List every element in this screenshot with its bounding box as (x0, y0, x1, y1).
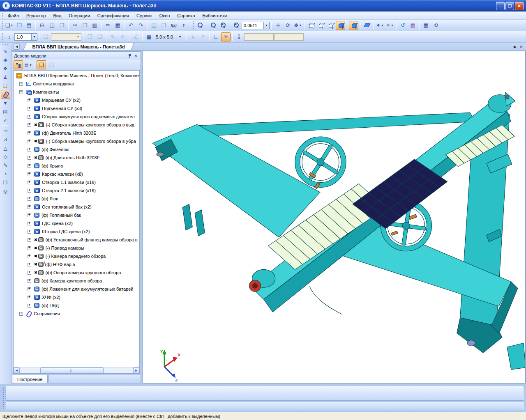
snap-button[interactable]: ✳ (221, 32, 231, 41)
variables-button[interactable]: f(x) (169, 21, 178, 30)
menu-grip[interactable] (1, 12, 4, 18)
tree-item[interactable]: +✖!(ф) НЧФ вар.5 (14, 260, 139, 269)
tree-item[interactable]: +✖(ф) Установочный фланец камеры обзора … (14, 236, 139, 244)
tree-item[interactable]: БПЛА ВВП Шершень Мишень - Полет (Тел-0, … (14, 71, 139, 80)
tree-expand-toggle[interactable]: + (28, 123, 31, 127)
view-manager-button[interactable]: ◫ (149, 21, 159, 30)
print-button[interactable]: ⊟ (37, 21, 47, 30)
toolbar-grip[interactable] (1, 21, 4, 30)
plane-offset-tool[interactable]: △ (1, 144, 10, 152)
paste-button[interactable]: ▥ (90, 21, 99, 30)
camera-view-tool[interactable]: ◎ (1, 187, 10, 195)
tree-section-1-button[interactable]: ❐ (37, 60, 46, 69)
cs-tools-button[interactable]: ↱ (198, 32, 208, 41)
layer-tools-button[interactable]: ❏ (95, 32, 104, 41)
tree-expand-toggle[interactable]: + (28, 213, 31, 217)
tree-expand-toggle[interactable]: + (28, 271, 31, 275)
orientation-button[interactable]: ❖▼ (293, 21, 302, 30)
sketch-tool[interactable]: ✎ (1, 161, 10, 170)
grid-dropdown[interactable]: ▼ (175, 32, 185, 41)
tree-expand-toggle[interactable]: + (28, 287, 31, 291)
rebuild-tower-button[interactable]: ▦ (421, 21, 431, 30)
angle-button[interactable]: ∠ (131, 32, 141, 41)
menu-item-0[interactable]: Файл (4, 12, 23, 19)
zoom-scale-input[interactable]: 0.0511 (242, 22, 264, 29)
tree-expand-toggle[interactable]: + (28, 189, 31, 193)
zoom-by-frame-button[interactable] (196, 21, 205, 30)
tree-expand-toggle[interactable]: + (28, 181, 31, 184)
zoom-scale-button[interactable]: + (232, 21, 241, 30)
display-hidden-lines-button[interactable] (316, 21, 325, 30)
tree-expand-toggle[interactable]: + (28, 296, 31, 299)
coords-yx-button[interactable]: YX (234, 32, 244, 41)
toolbar-grip[interactable] (192, 21, 195, 30)
tree-item[interactable]: +(ф) Двигатель Hirth 3203E (14, 129, 139, 137)
open-document-button[interactable]: ❐ (14, 21, 24, 30)
scroll-right-arrow[interactable]: ► (133, 367, 139, 374)
display-shaded-edges-button[interactable] (349, 21, 358, 30)
scroll-thumb[interactable] (40, 367, 104, 374)
tree-expand-toggle[interactable]: + (28, 197, 31, 201)
tree-section-2-button[interactable]: ❐ (46, 60, 56, 69)
zoom-out-button[interactable]: – (209, 21, 218, 30)
report-tool[interactable]: ▤ (1, 107, 10, 116)
tree-item[interactable]: +Шторка ГДС крена (x2) (14, 227, 139, 236)
surface-extrude-tool[interactable]: ❖ (1, 64, 10, 73)
ortho-button[interactable]: ∟ (211, 32, 221, 41)
tree-expand-toggle[interactable]: + (28, 222, 31, 225)
step-input-dropdown[interactable]: ▼ (32, 33, 37, 41)
mates-tool[interactable] (1, 90, 10, 99)
tree-structure-button[interactable] (14, 60, 23, 69)
coord-y-input[interactable] (244, 33, 274, 41)
tree-item[interactable]: +Маршевая СУ (x2) (14, 96, 139, 104)
zoom-in-button[interactable]: + (219, 21, 228, 30)
display-hidden-thin-button[interactable] (326, 21, 335, 30)
tree-item[interactable]: +(ф) Люк (14, 195, 139, 203)
display-wireframe-button[interactable] (306, 21, 316, 30)
new-document-button[interactable]: ❏▼ (5, 21, 14, 30)
panel-close-icon[interactable]: ✕ (133, 53, 139, 59)
tree-item[interactable]: +Створка 2.1 жалюзи (x16) (14, 186, 139, 195)
step-button[interactable]: ↕ (5, 32, 14, 41)
copy-button[interactable]: ❒ (80, 21, 90, 30)
undo-button[interactable]: ↶ (126, 21, 136, 30)
tree-expand-toggle[interactable]: + (28, 238, 31, 242)
tree-item[interactable]: +(ф) ПВД (14, 301, 139, 310)
tab-close-button[interactable]: ✕ (518, 44, 524, 50)
plane-tool[interactable]: ▱ (1, 126, 10, 135)
extrude-tool[interactable]: ❒ (1, 178, 10, 187)
tree-expand-toggle[interactable]: + (28, 205, 31, 209)
save-document-button[interactable]: ▤ (24, 21, 34, 30)
reorient-button[interactable]: ↺ (398, 21, 408, 30)
perspective-button[interactable] (362, 21, 371, 30)
cut-button[interactable]: ✂ (70, 21, 80, 30)
tree-expand-toggle[interactable]: + (28, 107, 31, 110)
tree-item[interactable]: +✖(ф) Двигатель Hirth 3203E (14, 154, 139, 162)
spreadsheet-button[interactable]: ▦ (113, 21, 122, 30)
coord-x-input[interactable] (274, 33, 304, 41)
tree-item[interactable]: +Подъемная СУ (x3) (14, 104, 139, 112)
tree-item[interactable]: +✖(-) Камера переднего обзора (14, 252, 139, 260)
toolbar-grip[interactable] (1, 32, 4, 41)
tree-item[interactable]: +(ф) Ложемент для аккумуляторных батарей (14, 285, 139, 293)
hide-components-button[interactable]: ✧▼ (385, 21, 394, 30)
tree-item[interactable]: +(ф) Фюзеляж (14, 145, 139, 154)
tree-item[interactable]: +Створка 1.1 жалюзи (x16) (14, 178, 139, 186)
surface-patch-tool[interactable]: ◇ (1, 152, 10, 161)
tree-expand-toggle[interactable]: + (28, 131, 31, 135)
tab-next-button[interactable]: ▶ (512, 44, 518, 50)
tree-item[interactable]: +(ф) Топливный бак (14, 211, 139, 219)
dimension-tool[interactable]: ∡ (1, 73, 10, 81)
redo-button[interactable]: ↷ (136, 21, 145, 30)
menu-item-8[interactable]: Библиотеки (199, 12, 231, 19)
grid-button[interactable]: ▦ (144, 32, 154, 41)
tree-item[interactable]: +✖(-) Сборка камеры кругового обзора в в… (14, 121, 139, 129)
tree-item[interactable]: +ХЧФ (x2) (14, 293, 139, 301)
minimize-button[interactable]: ─ (496, 2, 505, 10)
tree-expand-toggle[interactable]: + (28, 115, 31, 119)
menu-item-4[interactable]: Спецификация (94, 12, 133, 19)
surface-tool[interactable]: ◈ (1, 55, 10, 64)
tree-item[interactable]: +✖(-) Сборка камеры кругового обзора в у… (14, 137, 139, 145)
scroll-left-arrow[interactable]: ◄ (14, 367, 20, 374)
tree-expand-toggle[interactable]: + (28, 99, 31, 102)
